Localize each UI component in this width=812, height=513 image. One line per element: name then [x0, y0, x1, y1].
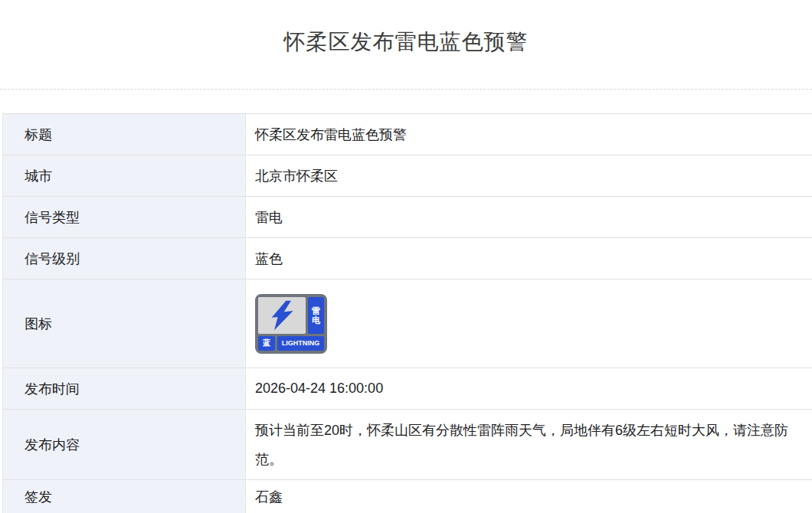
row-value-publish-time: 2026-04-24 16:00:00 — [246, 368, 812, 409]
row-label-publish-content: 发布内容 — [3, 410, 246, 479]
lightning-blue-warning-icon: 雷 电 蓝 LIGHTNING — [255, 294, 327, 354]
row-label-title: 标题 — [3, 114, 246, 155]
warning-info-table: 标题 怀柔区发布雷电蓝色预警 城市 北京市怀柔区 信号类型 雷电 信号级别 蓝色… — [2, 113, 812, 513]
row-value-signal-type: 雷电 — [246, 197, 812, 237]
row-label-signal-level: 信号级别 — [3, 238, 246, 279]
row-label-city: 城市 — [3, 155, 246, 196]
table-row-signer: 签发 石鑫 — [3, 480, 812, 513]
row-value-signal-level: 蓝色 — [246, 238, 812, 279]
row-label-signal-type: 信号类型 — [3, 197, 246, 237]
page-title: 怀柔区发布雷电蓝色预警 — [0, 0, 812, 52]
table-row-publish-time: 发布时间 2026-04-24 16:00:00 — [3, 368, 812, 410]
lightning-bolt-panel — [258, 297, 306, 334]
table-row-signal-type: 信号类型 雷电 — [3, 197, 812, 238]
table-row-publish-content: 发布内容 预计当前至20时，怀柔山区有分散性雷阵雨天气，局地伴有6级左右短时大风… — [3, 410, 812, 480]
row-label-signer: 签发 — [3, 480, 246, 513]
publish-content-text: 预计当前至20时，怀柔山区有分散性雷阵雨天气，局地伴有6级左右短时大风，请注意防… — [255, 416, 791, 474]
dashed-divider — [0, 89, 812, 90]
row-label-publish-time: 发布时间 — [3, 368, 246, 409]
icon-type-characters: 雷 电 — [308, 297, 324, 334]
row-value-city: 北京市怀柔区 — [246, 155, 812, 196]
table-row-city: 城市 北京市怀柔区 — [3, 155, 812, 197]
table-row-signal-level: 信号级别 蓝色 — [3, 238, 812, 279]
row-value-signer: 石鑫 — [246, 480, 812, 513]
row-value-publish-content: 预计当前至20时，怀柔山区有分散性雷阵雨天气，局地伴有6级左右短时大风，请注意防… — [246, 410, 812, 479]
lightning-bolt-icon — [267, 300, 297, 331]
row-label-icon: 图标 — [3, 279, 246, 368]
icon-char-top: 雷 — [312, 306, 320, 315]
table-row-icon: 图标 雷 电 蓝 LIGHTNING — [3, 279, 812, 368]
row-value-title: 怀柔区发布雷电蓝色预警 — [246, 114, 812, 155]
icon-caption: LIGHTNING — [277, 336, 324, 351]
table-row-title: 标题 怀柔区发布雷电蓝色预警 — [3, 114, 812, 155]
icon-level-badge: 蓝 — [258, 336, 275, 351]
row-value-icon: 雷 电 蓝 LIGHTNING — [246, 279, 812, 368]
icon-char-bottom: 电 — [312, 315, 320, 325]
icon-bottom-strip: 蓝 LIGHTNING — [258, 336, 324, 351]
